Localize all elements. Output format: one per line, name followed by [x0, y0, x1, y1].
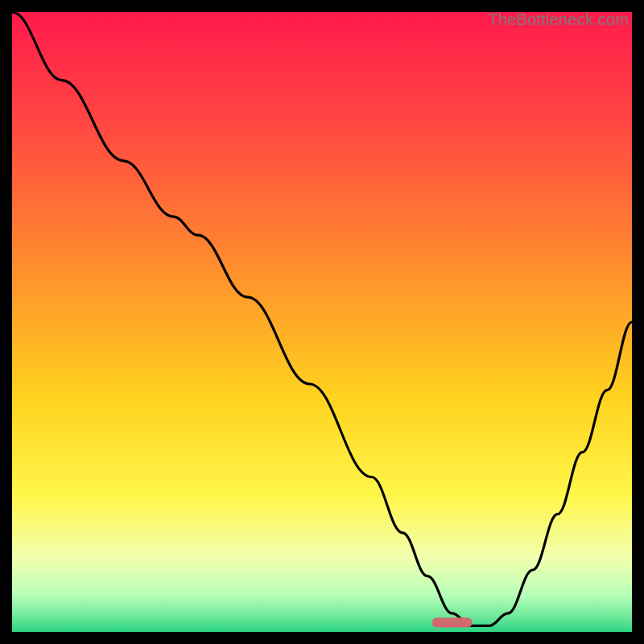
chart-frame: TheBottleneck.com: [12, 12, 632, 632]
optimal-marker: [432, 617, 473, 627]
watermark-text: TheBottleneck.com: [488, 10, 629, 29]
bottleneck-chart: [12, 12, 632, 632]
gradient-background: [12, 12, 632, 632]
